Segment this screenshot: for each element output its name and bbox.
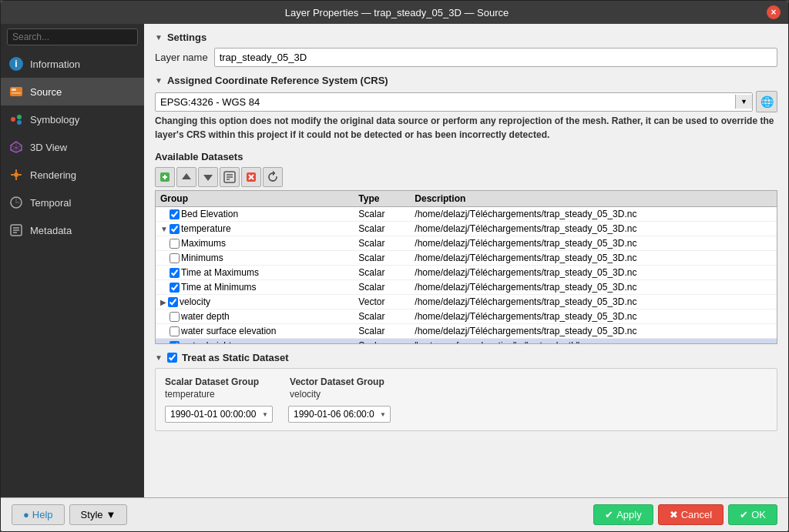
row-name: Minimums [181, 253, 223, 263]
content-area: ▼ Settings Layer name ▼ Assigned Coordin… [144, 24, 788, 497]
row-desc: "water surface elevation" - "water depth… [410, 339, 777, 345]
expand-arrow[interactable]: ▶ [160, 298, 166, 306]
row-checkbox[interactable] [170, 253, 180, 263]
table-row[interactable]: ▼ temperature Scalar /home/delazj/Téléch… [156, 222, 777, 236]
treat-arrow: ▼ [155, 353, 163, 362]
sidebar-item-label: Source [30, 86, 62, 98]
row-checkbox[interactable] [170, 239, 180, 249]
vector-group-value: velocity [290, 389, 384, 400]
row-desc: /home/delazj/Téléchargements/trap_steady… [410, 295, 777, 309]
row-name: temperature [181, 223, 231, 234]
help-icon: ● [23, 509, 29, 520]
crs-input[interactable] [156, 93, 735, 111]
row-type: Vector [354, 295, 410, 309]
scalar-time-select[interactable]: 1990-01-01 00:00:00 [165, 406, 273, 423]
svg-point-5 [17, 120, 22, 125]
table-row[interactable]: ▶ velocity Vector /home/delazj/Télécharg… [156, 295, 777, 309]
svg-rect-0 [10, 87, 22, 96]
row-name: water surface elevation [181, 326, 276, 336]
svg-rect-1 [12, 89, 16, 91]
svg-point-3 [11, 117, 15, 122]
sidebar-item-label: Rendering [30, 169, 76, 181]
sidebar-item-3dview[interactable]: 3D View [1, 133, 144, 161]
crs-arrow: ▼ [155, 76, 163, 85]
sidebar-item-information[interactable]: i Information [1, 50, 144, 78]
add-dataset-button[interactable] [155, 167, 175, 187]
row-checkbox[interactable] [170, 268, 180, 278]
source-icon [8, 84, 24, 99]
ok-button[interactable]: ✔ OK [728, 504, 777, 525]
table-row[interactable]: Time at Minimums Scalar /home/delazj/Tél… [156, 280, 777, 295]
row-name: water depth [181, 311, 230, 322]
close-button[interactable]: × [767, 5, 781, 19]
row-desc: /home/delazj/Téléchargements/trap_steady… [410, 222, 777, 236]
delete-button[interactable] [241, 167, 261, 187]
sidebar-item-label: Information [30, 59, 80, 70]
crs-globe-button[interactable]: 🌐 [756, 91, 777, 112]
information-icon: i [8, 56, 24, 72]
sidebar-item-symbology[interactable]: Symbology [1, 105, 144, 133]
table-row[interactable]: Time at Maximums Scalar /home/delazj/Tél… [156, 266, 777, 280]
row-checkbox[interactable] [168, 297, 178, 307]
crs-section: ▼ Assigned Coordinate Reference System (… [155, 75, 777, 143]
row-desc: /home/delazj/Téléchargements/trap_steady… [410, 280, 777, 295]
row-desc: /home/delazj/Téléchargements/trap_steady… [410, 324, 777, 339]
crs-dropdown-arrow[interactable]: ▼ [735, 95, 752, 109]
move-down-button[interactable] [198, 167, 218, 187]
row-name: water height [181, 340, 231, 344]
rendering-icon [8, 167, 24, 182]
search-input[interactable] [7, 28, 138, 45]
apply-button[interactable]: ✔ Apply [593, 504, 653, 525]
expand-arrow[interactable]: ▼ [160, 225, 168, 233]
sidebar-item-label: Metadata [30, 225, 72, 236]
row-checkbox[interactable] [170, 209, 180, 219]
row-desc: /home/delazj/Téléchargements/trap_steady… [410, 236, 777, 251]
sidebar-item-source[interactable]: Source [1, 78, 144, 105]
sidebar-item-label: 3D View [30, 142, 67, 153]
row-checkbox[interactable] [170, 341, 180, 345]
table-row[interactable]: Minimums Scalar /home/delazj/Téléchargem… [156, 251, 777, 266]
main-window: Layer Properties — trap_steady_05_3D — S… [0, 0, 789, 532]
row-checkbox[interactable] [170, 224, 180, 234]
table-row[interactable]: water height Scalar "water surface eleva… [156, 339, 777, 345]
row-checkbox[interactable] [170, 312, 180, 322]
table-row[interactable]: Maximums Scalar /home/delazj/Téléchargem… [156, 236, 777, 251]
row-type: Scalar [354, 251, 410, 266]
footer: ● Help Style ▼ ✔ Apply ✖ Cancel ✔ OK [1, 497, 788, 531]
properties-button[interactable] [220, 167, 240, 187]
datasets-section: Available Datasets [155, 151, 777, 344]
move-up-button[interactable] [176, 167, 196, 187]
cancel-button[interactable]: ✖ Cancel [658, 504, 724, 525]
layer-name-label: Layer name [155, 52, 208, 63]
row-type: Scalar [354, 324, 410, 339]
titlebar: Layer Properties — trap_steady_05_3D — S… [1, 1, 788, 24]
row-type: Scalar [354, 339, 410, 345]
sidebar-item-temporal[interactable]: Temporal [1, 189, 144, 216]
table-row[interactable]: water surface elevation Scalar /home/del… [156, 324, 777, 339]
table-row[interactable]: Bed Elevation Scalar /home/delazj/Téléch… [156, 207, 777, 222]
row-name: Time at Maximums [181, 267, 259, 278]
treat-static-section: ▼ Treat as Static Dataset Scalar Dataset… [155, 352, 777, 431]
svg-point-4 [17, 115, 22, 119]
sidebar-item-rendering[interactable]: Rendering [1, 161, 144, 189]
temporal-icon [8, 195, 24, 210]
treat-static-checkbox[interactable] [167, 353, 177, 363]
col-group: Group [156, 191, 354, 207]
sidebar-item-label: Temporal [30, 197, 71, 209]
help-button[interactable]: ● Help [12, 504, 65, 525]
refresh-button[interactable] [263, 167, 283, 187]
datasets-title: Available Datasets [155, 151, 243, 162]
vector-group-label: Vector Dataset Group [290, 376, 384, 387]
row-checkbox[interactable] [170, 283, 180, 293]
svg-marker-22 [203, 175, 213, 181]
row-checkbox[interactable] [170, 326, 180, 336]
datasets-table: Group Type Description [156, 191, 777, 344]
row-desc: /home/delazj/Téléchargements/trap_steady… [410, 266, 777, 280]
vector-time-select[interactable]: 1990-01-06 06:00:0 [288, 406, 391, 423]
crs-warning-text: Changing this option does not modify the… [155, 112, 777, 143]
table-row[interactable]: water depth Scalar /home/delazj/Téléchar… [156, 309, 777, 324]
style-button[interactable]: Style ▼ [69, 504, 128, 525]
sidebar-item-metadata[interactable]: Metadata [1, 216, 144, 244]
layer-name-input[interactable] [214, 48, 777, 67]
crs-combo[interactable]: ▼ [155, 92, 753, 112]
